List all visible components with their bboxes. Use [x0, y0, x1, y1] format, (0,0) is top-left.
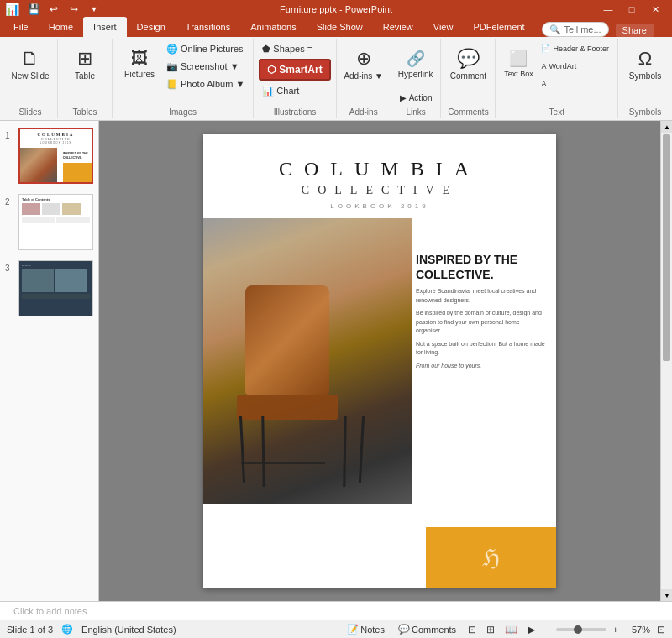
share-button[interactable]: Share — [616, 24, 654, 37]
scroll-thumb[interactable] — [663, 134, 670, 361]
logo-icon: ℌ — [482, 544, 500, 572]
zoom-out-button[interactable]: − — [543, 625, 549, 635]
slide-thumb-2[interactable]: 2 Table of Contents — [3, 192, 95, 252]
close-button[interactable]: ✕ — [643, 0, 667, 18]
search-icon: 🔍 — [549, 24, 561, 35]
quick-access-save[interactable]: 💾 — [24, 2, 43, 17]
screenshot-icon: 📷 — [166, 61, 178, 72]
tab-insert[interactable]: Insert — [83, 17, 127, 37]
slide-subtitle: COLLECTIVE — [227, 184, 533, 197]
new-slide-button[interactable]: 🗋 New Slide — [8, 40, 52, 87]
wordart-button[interactable]: A WordArt — [538, 58, 612, 75]
ribbon-group-slides: 🗋 New Slide Slides — [3, 39, 58, 118]
ribbon-group-symbols: Ω Symbols Symbols — [618, 39, 672, 118]
language-text: English (United States) — [81, 625, 176, 635]
ribbon-group-comments: 💬 Comment Comments — [441, 39, 496, 118]
body-text-2: Be inspired by the domain of culture, de… — [416, 309, 546, 336]
view-slide-sorter-button[interactable]: ⊞ — [485, 622, 496, 637]
ribbon-group-illustrations: ⬟ Shapes = ⬡ SmartArt 📊 Chart Illustrati… — [254, 39, 336, 118]
tab-pdfelement[interactable]: PDFelement — [463, 17, 534, 37]
tell-me-box[interactable]: 🔍 Tell me... — [542, 22, 609, 37]
action-button[interactable]: ▶ Action — [396, 89, 436, 106]
header-icon: 📄 — [541, 44, 550, 53]
powerpoint-icon: 📊 — [5, 3, 19, 16]
tab-home[interactable]: Home — [39, 17, 83, 37]
view-normal-button[interactable]: ⊡ — [466, 622, 478, 637]
status-bar: Slide 1 of 3 🌐 English (United States) 📝… — [0, 620, 672, 638]
header-footer-button[interactable]: 📄 Header & Footer — [538, 40, 612, 57]
screenshot-button[interactable]: 📷 Screenshot ▼ — [163, 58, 248, 75]
inspired-heading: INSPIRED BY THE COLLECTIVE. — [416, 252, 546, 282]
hyperlink-button[interactable]: 🔗 Hyperlink — [396, 40, 435, 87]
chair-image — [203, 218, 412, 504]
zoom-in-button[interactable]: + — [613, 625, 618, 635]
scroll-down-button[interactable]: ▼ — [661, 589, 672, 601]
addins-button[interactable]: ⊕ Add-ins ▼ — [342, 40, 386, 87]
click-to-add-notes[interactable]: Click to add notes — [13, 606, 87, 616]
pictures-button[interactable]: 🖼 Pictures — [118, 40, 161, 87]
ribbon-group-images: 🖼 Pictures 🌐 Online Pictures 📷 Screensho… — [113, 39, 254, 118]
tab-transitions[interactable]: Transitions — [176, 17, 240, 37]
slide-thumb-3[interactable]: 3 — — — — [3, 259, 95, 318]
gold-block: ℌ — [426, 527, 556, 588]
wordart-icon: A — [541, 62, 546, 71]
smartart-icon: ⬡ — [267, 64, 276, 76]
zoom-slider-track[interactable] — [556, 628, 606, 631]
slide-info: Slide 1 of 3 — [7, 625, 53, 635]
ribbon-group-tables: ⊞ Table Tables — [58, 39, 113, 118]
slide-number-3: 3 — [5, 264, 15, 273]
comment-button[interactable]: 💬 Comment — [446, 40, 490, 87]
tab-file[interactable]: File — [3, 17, 39, 37]
slide-number-1: 1 — [5, 131, 15, 140]
smartart-button[interactable]: ⬡ SmartArt — [259, 59, 330, 81]
tab-view[interactable]: View — [423, 17, 464, 37]
slide-title: COLUMBIA — [227, 158, 533, 180]
ribbon-group-links: 🔗 Hyperlink ▶ Action Links — [391, 39, 442, 118]
fit-slide-button[interactable]: ⊡ — [657, 624, 665, 635]
body-text-4: From our house to yours. — [416, 362, 546, 371]
tab-slideshow[interactable]: Slide Show — [307, 17, 373, 37]
comments-icon: 💬 — [398, 624, 410, 635]
window-title: Furniture.pptx - PowerPoint — [280, 4, 392, 14]
tab-animations[interactable]: Animations — [240, 17, 306, 37]
text-a-button[interactable]: A — [538, 76, 612, 92]
language-indicator: 🌐 — [61, 624, 73, 635]
ribbon-group-text: ⬜ Text Box 📄 Header & Footer A WordArt A — [496, 39, 618, 118]
album-icon: 📒 — [166, 79, 178, 90]
view-reading-button[interactable]: 📖 — [503, 622, 519, 637]
quick-access-customize[interactable]: ▼ — [85, 2, 103, 17]
shapes-icon: ⬟ — [262, 44, 270, 55]
slide-panel: 1 COLUMBIA COLLECTIVE LOOKBOOK 2019 INSP… — [0, 121, 99, 601]
zoom-level[interactable]: 57% — [625, 625, 650, 635]
slide-lookbook: LOOKBOOK 2019 — [227, 202, 533, 210]
chart-icon: 📊 — [262, 86, 274, 97]
symbols-button[interactable]: Ω Symbols — [623, 40, 667, 87]
quick-access-undo[interactable]: ↩ — [45, 2, 63, 17]
tab-design[interactable]: Design — [127, 17, 176, 37]
table-button[interactable]: ⊞ Table — [63, 40, 107, 87]
chart-button[interactable]: 📊 Chart — [259, 82, 302, 99]
notes-icon: 📝 — [347, 624, 359, 635]
shapes-button[interactable]: ⬟ Shapes = — [259, 40, 316, 57]
body-text-3: Not a space built on perfection. But a h… — [416, 340, 546, 358]
online-pic-icon: 🌐 — [166, 44, 178, 55]
body-text-1: Explore Scandinavia, meet local creative… — [416, 287, 546, 305]
view-presentation-button[interactable]: ▶ — [526, 622, 537, 637]
action-icon: ▶ — [400, 93, 407, 102]
comments-button[interactable]: 💬 Comments — [395, 623, 459, 635]
notes-button[interactable]: 📝 Notes — [344, 623, 388, 635]
scroll-up-button[interactable]: ▲ — [661, 121, 672, 133]
textbox-button[interactable]: ⬜ Text Box — [501, 40, 536, 87]
online-pictures-button[interactable]: 🌐 Online Pictures — [163, 40, 248, 57]
ribbon-group-addins: ⊕ Add-ins ▼ Add-ins — [337, 39, 391, 118]
notes-bar: Click to add notes — [0, 601, 672, 620]
minimize-button[interactable]: — — [596, 0, 620, 18]
vertical-scrollbar[interactable]: ▲ ▼ — [660, 121, 672, 601]
slide-thumb-1[interactable]: 1 COLUMBIA COLLECTIVE LOOKBOOK 2019 INSP… — [3, 126, 95, 186]
slide-canvas[interactable]: COLUMBIA COLLECTIVE LOOKBOOK 2019 — [203, 134, 556, 588]
canvas-area: COLUMBIA COLLECTIVE LOOKBOOK 2019 — [99, 121, 660, 601]
photo-album-button[interactable]: 📒 Photo Album ▼ — [163, 76, 248, 92]
tab-review[interactable]: Review — [373, 17, 423, 37]
quick-access-redo[interactable]: ↪ — [65, 2, 83, 17]
maximize-button[interactable]: □ — [620, 0, 643, 18]
